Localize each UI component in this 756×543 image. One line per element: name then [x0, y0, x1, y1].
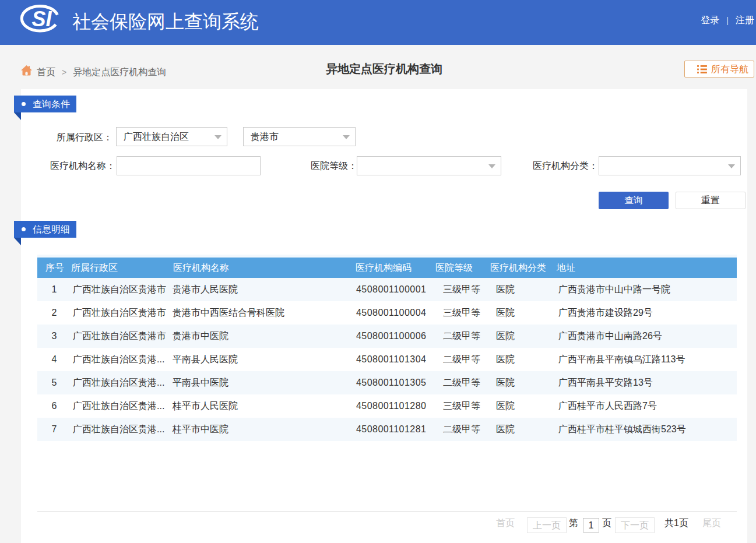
svg-text:SI: SI	[32, 7, 52, 31]
